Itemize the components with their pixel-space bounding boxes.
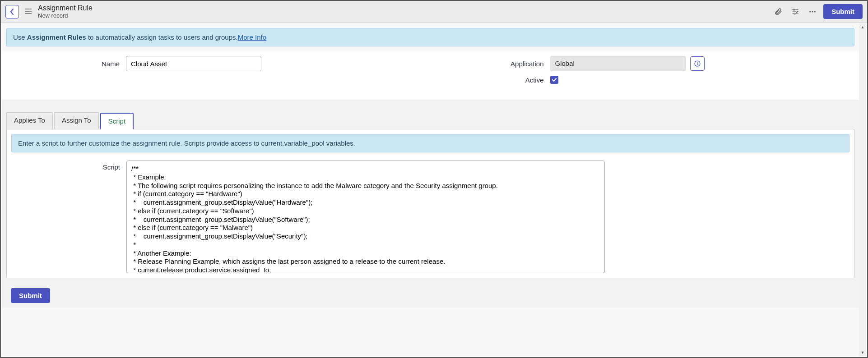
content-area: Use Assignment Rules to automatically as… [2,23,859,356]
dots-horizontal-icon [808,8,817,16]
script-textarea[interactable] [126,161,605,273]
script-tab-panel: Enter a script to further customize the … [6,129,854,278]
more-info-link[interactable]: More Info [238,33,266,41]
info-banner-prefix: Use [13,33,27,41]
svg-point-4 [812,11,813,12]
svg-point-3 [809,11,811,12]
application-label: Application [431,60,550,68]
page-title: Assignment Rule [38,4,93,12]
back-button[interactable] [5,5,19,18]
scrollbar-up-button[interactable]: ▲ [859,23,866,31]
svg-point-5 [814,11,816,12]
check-icon [552,77,557,83]
app-window: Assignment Rule New record Submit Use As… [0,0,868,358]
name-input[interactable] [126,56,261,71]
svg-rect-8 [697,63,697,65]
tab-assign-to[interactable]: Assign To [54,112,99,129]
hamburger-icon [25,9,32,14]
info-icon [694,60,701,67]
svg-point-2 [794,13,795,14]
page-title-block: Assignment Rule New record [38,4,93,19]
more-actions-button[interactable] [806,5,819,18]
chevron-left-icon [10,9,14,15]
active-checkbox[interactable] [550,76,558,84]
submit-button-bottom[interactable]: Submit [11,288,50,303]
svg-point-0 [794,9,795,10]
tab-script[interactable]: Script [100,113,134,129]
settings-button[interactable] [789,5,802,18]
tab-applies-to[interactable]: Applies To [6,112,53,129]
paperclip-icon [774,8,782,16]
script-label: Script [11,161,126,171]
scrollbar-down-button[interactable]: ▼ [859,349,866,356]
application-field: Global [550,56,686,71]
script-info-banner: Enter a script to further customize the … [11,134,849,152]
attachments-button[interactable] [772,5,784,18]
page-subtitle: New record [38,12,93,19]
page-header: Assignment Rule New record Submit [1,1,867,23]
active-label: Active [431,76,550,84]
form-section: Name Application Global Active [2,51,859,100]
menu-icon[interactable] [23,8,33,15]
svg-point-7 [697,62,698,63]
info-banner-bold: Assignment Rules [27,33,86,41]
application-info-button[interactable] [690,56,705,71]
name-label: Name [6,60,126,68]
submit-button-top[interactable]: Submit [823,4,863,19]
svg-point-1 [796,11,798,12]
tabs-area: Applies To Assign To Script Enter a scri… [2,100,859,308]
info-banner-suffix: to automatically assign tasks to users a… [86,33,238,41]
info-banner: Use Assignment Rules to automatically as… [6,28,854,46]
scrollbar[interactable]: ▲ ▼ [859,23,866,356]
sliders-icon [791,8,799,16]
tabs-row: Applies To Assign To Script [6,112,854,129]
